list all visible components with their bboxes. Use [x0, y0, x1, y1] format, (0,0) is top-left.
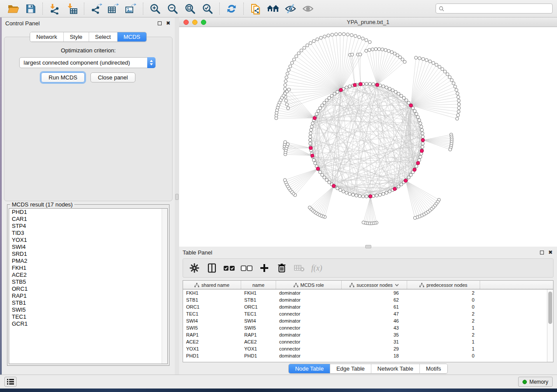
table-row[interactable]: PHD1PHD1dominator180 — [183, 352, 547, 359]
mcds-node[interactable] — [311, 154, 314, 158]
network-node[interactable] — [325, 99, 328, 102]
network-leaf-node[interactable] — [413, 217, 416, 220]
network-leaf-node[interactable] — [284, 83, 287, 86]
mcds-node[interactable] — [421, 138, 425, 142]
mcds-node[interactable] — [376, 83, 379, 86]
network-node[interactable] — [348, 85, 351, 88]
network-leaf-node[interactable] — [323, 35, 326, 38]
network-leaf-node[interactable] — [450, 79, 453, 82]
network-leaf-node[interactable] — [284, 99, 287, 102]
network-leaf-node[interactable] — [346, 33, 349, 36]
network-node[interactable] — [309, 142, 312, 145]
network-leaf-node[interactable] — [365, 38, 368, 41]
mcds-result-item[interactable]: RAP1 — [9, 292, 167, 299]
search-box[interactable] — [436, 3, 553, 14]
network-leaf-node[interactable] — [287, 69, 290, 72]
tab-mcds[interactable]: MCDS — [117, 32, 146, 41]
network-leaf-node[interactable] — [432, 62, 435, 65]
mcds-node[interactable] — [409, 104, 413, 107]
network-node[interactable] — [368, 83, 371, 86]
network-node[interactable] — [420, 128, 423, 131]
deselect-all-icon[interactable] — [239, 260, 255, 276]
close-panel-icon[interactable]: ✖ — [165, 20, 171, 26]
table-row[interactable]: SWI5SWI5connector431 — [183, 324, 547, 331]
network-leaf-node[interactable] — [449, 148, 452, 151]
tab-motifs[interactable]: Motifs — [419, 364, 447, 373]
network-node[interactable] — [385, 86, 388, 89]
network-leaf-node[interactable] — [309, 41, 312, 45]
network-node[interactable] — [318, 107, 322, 110]
network-leaf-node[interactable] — [381, 48, 384, 51]
network-node[interactable] — [382, 85, 385, 88]
splitter-grip[interactable] — [175, 194, 179, 200]
network-node[interactable] — [310, 125, 313, 128]
network-leaf-node[interactable] — [448, 76, 451, 79]
network-leaf-node[interactable] — [429, 60, 432, 63]
float-table-panel-icon[interactable] — [539, 249, 545, 255]
network-node[interactable] — [336, 90, 339, 93]
zoom-selected-icon[interactable] — [199, 1, 216, 16]
network-leaf-node[interactable] — [293, 58, 296, 61]
mcds-node[interactable] — [316, 167, 320, 171]
network-node[interactable] — [397, 92, 400, 95]
column-header-successor-nodes[interactable]: successor nodes — [342, 281, 407, 289]
network-leaf-node[interactable] — [446, 73, 449, 76]
network-node[interactable] — [421, 142, 424, 145]
float-panel-icon[interactable] — [156, 20, 163, 26]
tab-network[interactable]: Network — [30, 32, 63, 41]
tab-node-table[interactable]: Node Table — [289, 364, 330, 373]
mcds-result-item[interactable]: FKH1 — [9, 265, 167, 272]
close-panel-button[interactable]: Close panel — [90, 72, 135, 83]
network-leaf-node[interactable] — [306, 44, 309, 47]
mcds-result-item[interactable]: STP4 — [9, 223, 167, 230]
network-node[interactable] — [365, 82, 368, 85]
network-node[interactable] — [315, 113, 318, 116]
mcds-node[interactable] — [359, 83, 363, 86]
table-row[interactable]: SWI4SWI4dominator462 — [183, 317, 547, 324]
table-row[interactable]: STB1STB1dominator620 — [183, 296, 547, 303]
mcds-result-list[interactable]: PHD1CAR1STP4TID3YOX1SWI4SRD1PMA2FKH1ACE2… — [9, 208, 168, 364]
close-table-panel-icon[interactable]: ✖ — [547, 249, 554, 255]
network-leaf-node[interactable] — [287, 107, 290, 110]
optimization-criterion-select[interactable]: largest connected component (undirected) — [19, 57, 156, 68]
network-leaf-node[interactable] — [351, 53, 354, 56]
network-node[interactable] — [312, 158, 315, 162]
network-leaf-node[interactable] — [390, 51, 393, 54]
network-node[interactable] — [355, 194, 358, 197]
tab-select[interactable]: Select — [89, 32, 117, 41]
network-node[interactable] — [328, 181, 331, 184]
network-leaf-node[interactable] — [365, 49, 368, 52]
mcds-node[interactable] — [420, 149, 424, 153]
table-row[interactable]: FKH1FKH1dominator962 — [183, 289, 547, 296]
network-leaf-node[interactable] — [457, 103, 460, 106]
network-leaf-node[interactable] — [377, 48, 381, 51]
network-leaf-node[interactable] — [403, 60, 406, 63]
mcds-node[interactable] — [416, 162, 420, 165]
network-node[interactable] — [382, 193, 385, 196]
mcds-node[interactable] — [353, 83, 356, 87]
network-node[interactable] — [391, 89, 394, 92]
network-leaf-node[interactable] — [289, 65, 292, 68]
network-node[interactable] — [421, 132, 424, 135]
network-node[interactable] — [309, 132, 312, 135]
network-node[interactable] — [419, 122, 422, 125]
houses-icon[interactable] — [264, 1, 282, 16]
network-node[interactable] — [328, 96, 331, 100]
refresh-layout-icon[interactable] — [223, 1, 240, 16]
network-leaf-node[interactable] — [359, 53, 362, 56]
network-node[interactable] — [323, 101, 326, 104]
table-row[interactable]: ORC1ORC1dominator610 — [183, 303, 547, 310]
network-leaf-node[interactable] — [422, 58, 425, 61]
mcds-result-item[interactable]: SWI5 — [9, 306, 167, 313]
show-graphics-details-icon[interactable] — [299, 1, 317, 16]
network-leaf-node[interactable] — [327, 34, 330, 37]
network-node[interactable] — [416, 116, 419, 119]
network-node[interactable] — [342, 190, 345, 193]
network-leaf-node[interactable] — [284, 141, 287, 144]
network-node[interactable] — [378, 193, 381, 196]
mcds-result-item[interactable]: ORC1 — [9, 285, 167, 292]
mcds-result-item[interactable]: PMA2 — [9, 258, 167, 265]
column-header-mcds-role[interactable]: MCDS role — [276, 281, 342, 289]
open-file-icon[interactable] — [4, 1, 22, 16]
network-node[interactable] — [388, 87, 391, 90]
